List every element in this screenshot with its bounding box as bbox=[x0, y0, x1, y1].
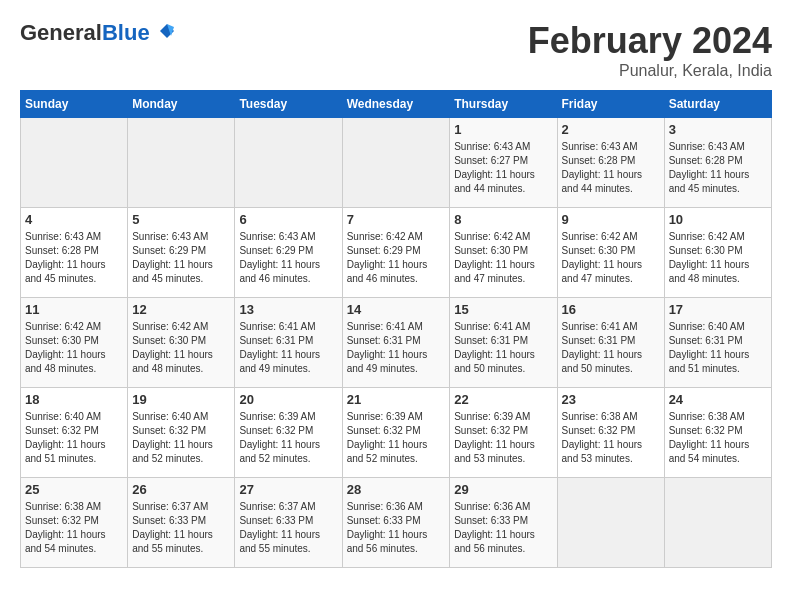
day-info-text: and 55 minutes. bbox=[132, 542, 230, 556]
day-info-text: Sunset: 6:32 PM bbox=[454, 424, 552, 438]
day-info-text: Sunset: 6:28 PM bbox=[562, 154, 660, 168]
day-info-text: and 49 minutes. bbox=[239, 362, 337, 376]
day-info-text: Sunrise: 6:39 AM bbox=[239, 410, 337, 424]
day-info-text: Sunrise: 6:41 AM bbox=[239, 320, 337, 334]
day-info-text: and 44 minutes. bbox=[562, 182, 660, 196]
day-info-text: Sunrise: 6:41 AM bbox=[454, 320, 552, 334]
calendar-day-cell: 25Sunrise: 6:38 AMSunset: 6:32 PMDayligh… bbox=[21, 478, 128, 568]
calendar-day-cell: 6Sunrise: 6:43 AMSunset: 6:29 PMDaylight… bbox=[235, 208, 342, 298]
day-info-text: Sunrise: 6:43 AM bbox=[25, 230, 123, 244]
day-number: 29 bbox=[454, 482, 552, 497]
day-number: 26 bbox=[132, 482, 230, 497]
day-number: 8 bbox=[454, 212, 552, 227]
day-info-text: and 50 minutes. bbox=[562, 362, 660, 376]
day-info-text: Daylight: 11 hours bbox=[454, 258, 552, 272]
column-header-friday: Friday bbox=[557, 91, 664, 118]
logo-blue: Blue bbox=[102, 20, 150, 45]
calendar-table: SundayMondayTuesdayWednesdayThursdayFrid… bbox=[20, 90, 772, 568]
day-info-text: Daylight: 11 hours bbox=[454, 438, 552, 452]
day-number: 4 bbox=[25, 212, 123, 227]
day-info-text: Daylight: 11 hours bbox=[669, 348, 767, 362]
day-number: 25 bbox=[25, 482, 123, 497]
calendar-day-cell bbox=[664, 478, 771, 568]
day-info-text: and 49 minutes. bbox=[347, 362, 446, 376]
calendar-day-cell bbox=[235, 118, 342, 208]
calendar-day-cell bbox=[557, 478, 664, 568]
day-number: 20 bbox=[239, 392, 337, 407]
day-info-text: Sunset: 6:33 PM bbox=[347, 514, 446, 528]
day-info-text: Sunset: 6:30 PM bbox=[25, 334, 123, 348]
day-number: 7 bbox=[347, 212, 446, 227]
day-info-text: Sunset: 6:33 PM bbox=[454, 514, 552, 528]
day-info-text: Sunrise: 6:39 AM bbox=[347, 410, 446, 424]
calendar-day-cell: 24Sunrise: 6:38 AMSunset: 6:32 PMDayligh… bbox=[664, 388, 771, 478]
day-info-text: Daylight: 11 hours bbox=[669, 168, 767, 182]
day-info-text: Daylight: 11 hours bbox=[132, 528, 230, 542]
day-info-text: Daylight: 11 hours bbox=[562, 168, 660, 182]
day-info-text: and 50 minutes. bbox=[454, 362, 552, 376]
day-info-text: Daylight: 11 hours bbox=[454, 528, 552, 542]
logo: GeneralBlue bbox=[20, 20, 176, 46]
day-info-text: Daylight: 11 hours bbox=[562, 348, 660, 362]
day-info-text: Sunset: 6:31 PM bbox=[562, 334, 660, 348]
calendar-week-row: 4Sunrise: 6:43 AMSunset: 6:28 PMDaylight… bbox=[21, 208, 772, 298]
calendar-day-cell: 7Sunrise: 6:42 AMSunset: 6:29 PMDaylight… bbox=[342, 208, 450, 298]
day-info-text: Daylight: 11 hours bbox=[347, 258, 446, 272]
day-info-text: Sunset: 6:32 PM bbox=[239, 424, 337, 438]
day-info-text: Sunset: 6:32 PM bbox=[132, 424, 230, 438]
day-info-text: Daylight: 11 hours bbox=[454, 348, 552, 362]
logo-text: GeneralBlue bbox=[20, 20, 176, 46]
day-info-text: and 47 minutes. bbox=[454, 272, 552, 286]
day-info-text: Sunrise: 6:43 AM bbox=[454, 140, 552, 154]
day-info-text: Daylight: 11 hours bbox=[239, 528, 337, 542]
day-number: 21 bbox=[347, 392, 446, 407]
day-number: 15 bbox=[454, 302, 552, 317]
day-info-text: Sunset: 6:29 PM bbox=[132, 244, 230, 258]
day-info-text: Sunrise: 6:41 AM bbox=[347, 320, 446, 334]
day-info-text: Daylight: 11 hours bbox=[347, 438, 446, 452]
logo-general: General bbox=[20, 20, 102, 45]
day-number: 12 bbox=[132, 302, 230, 317]
day-info-text: Sunset: 6:30 PM bbox=[562, 244, 660, 258]
calendar-day-cell: 27Sunrise: 6:37 AMSunset: 6:33 PMDayligh… bbox=[235, 478, 342, 568]
day-info-text: Sunset: 6:31 PM bbox=[669, 334, 767, 348]
day-info-text: Sunrise: 6:38 AM bbox=[25, 500, 123, 514]
day-info-text: Sunrise: 6:38 AM bbox=[562, 410, 660, 424]
day-info-text: and 51 minutes. bbox=[25, 452, 123, 466]
calendar-day-cell: 8Sunrise: 6:42 AMSunset: 6:30 PMDaylight… bbox=[450, 208, 557, 298]
day-info-text: and 54 minutes. bbox=[669, 452, 767, 466]
calendar-week-row: 25Sunrise: 6:38 AMSunset: 6:32 PMDayligh… bbox=[21, 478, 772, 568]
calendar-day-cell: 3Sunrise: 6:43 AMSunset: 6:28 PMDaylight… bbox=[664, 118, 771, 208]
day-info-text: Sunrise: 6:40 AM bbox=[25, 410, 123, 424]
day-info-text: Sunrise: 6:40 AM bbox=[669, 320, 767, 334]
day-number: 11 bbox=[25, 302, 123, 317]
calendar-day-cell: 12Sunrise: 6:42 AMSunset: 6:30 PMDayligh… bbox=[128, 298, 235, 388]
day-info-text: Sunrise: 6:36 AM bbox=[347, 500, 446, 514]
day-number: 23 bbox=[562, 392, 660, 407]
logo-icon bbox=[158, 22, 176, 40]
day-info-text: Sunrise: 6:40 AM bbox=[132, 410, 230, 424]
day-info-text: Sunset: 6:32 PM bbox=[562, 424, 660, 438]
title-block: February 2024 Punalur, Kerala, India bbox=[528, 20, 772, 80]
day-info-text: Daylight: 11 hours bbox=[347, 528, 446, 542]
day-info-text: Sunset: 6:30 PM bbox=[669, 244, 767, 258]
calendar-day-cell: 15Sunrise: 6:41 AMSunset: 6:31 PMDayligh… bbox=[450, 298, 557, 388]
day-info-text: Daylight: 11 hours bbox=[239, 258, 337, 272]
day-info-text: Sunrise: 6:43 AM bbox=[132, 230, 230, 244]
day-info-text: and 45 minutes. bbox=[132, 272, 230, 286]
column-header-monday: Monday bbox=[128, 91, 235, 118]
calendar-day-cell: 29Sunrise: 6:36 AMSunset: 6:33 PMDayligh… bbox=[450, 478, 557, 568]
day-info-text: Sunrise: 6:37 AM bbox=[239, 500, 337, 514]
day-info-text: Sunrise: 6:42 AM bbox=[562, 230, 660, 244]
day-info-text: Daylight: 11 hours bbox=[562, 438, 660, 452]
calendar-day-cell: 14Sunrise: 6:41 AMSunset: 6:31 PMDayligh… bbox=[342, 298, 450, 388]
calendar-header-row: SundayMondayTuesdayWednesdayThursdayFrid… bbox=[21, 91, 772, 118]
calendar-day-cell: 19Sunrise: 6:40 AMSunset: 6:32 PMDayligh… bbox=[128, 388, 235, 478]
day-info-text: Sunset: 6:31 PM bbox=[347, 334, 446, 348]
day-number: 22 bbox=[454, 392, 552, 407]
day-number: 5 bbox=[132, 212, 230, 227]
day-info-text: Daylight: 11 hours bbox=[132, 438, 230, 452]
day-info-text: Sunset: 6:33 PM bbox=[132, 514, 230, 528]
calendar-day-cell: 13Sunrise: 6:41 AMSunset: 6:31 PMDayligh… bbox=[235, 298, 342, 388]
day-info-text: and 44 minutes. bbox=[454, 182, 552, 196]
